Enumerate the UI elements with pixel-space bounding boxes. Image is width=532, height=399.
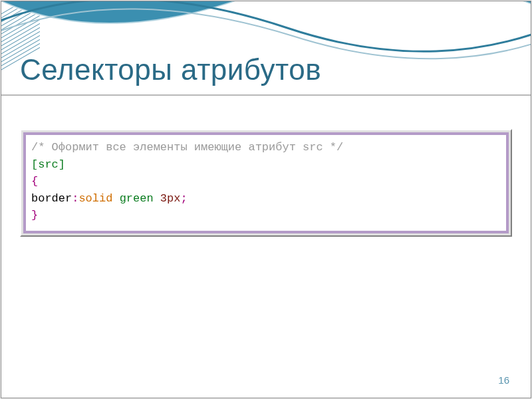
code-frame: /* Оформит все элементы имеющие атрибут … <box>20 129 512 237</box>
code-value-color: green <box>120 192 154 205</box>
code-comment: /* Оформит все элементы имеющие атрибут … <box>31 141 343 154</box>
code-value-size: 3px <box>160 192 181 205</box>
code-colon: : <box>72 192 78 205</box>
code-block: /* Оформит все элементы имеющие атрибут … <box>23 132 509 233</box>
code-semicolon: ; <box>180 192 187 205</box>
slide: Селекторы атрибутов /* Оформит все элеме… <box>1 1 531 398</box>
code-value-keyword: solid <box>78 192 112 205</box>
code-property: border <box>31 192 72 205</box>
slide-title: Селекторы атрибутов <box>20 53 321 86</box>
code-selector: [src] <box>31 158 65 171</box>
title-underline <box>1 94 531 96</box>
code-brace-close: } <box>31 209 38 221</box>
code-brace-open: { <box>31 175 38 188</box>
page-number: 16 <box>498 374 509 386</box>
